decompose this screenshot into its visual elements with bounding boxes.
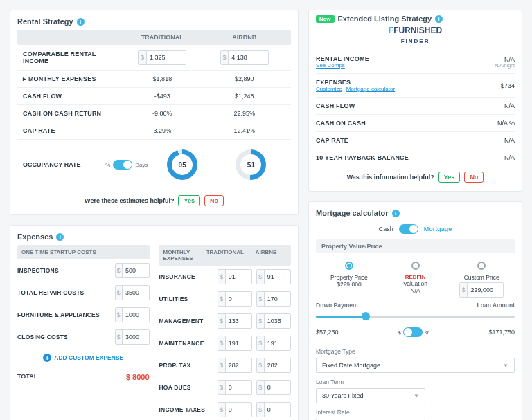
cashflow-row: CASH FLOW -$493 $1,248 [17, 88, 291, 105]
mortgage-title: Mortgage calculator i [316, 209, 515, 217]
coc-airbnb: 22.95% [204, 110, 285, 117]
new-badge: New [316, 15, 334, 23]
rental-title-text: Rental Strategy [17, 17, 73, 26]
occupancy-row: OCCUPANCY RATE % Days [17, 140, 291, 190]
no-button[interactable]: No [204, 195, 224, 206]
down-payment-slider[interactable] [316, 316, 515, 318]
loan-term-select[interactable]: 30 Years Fixed▼ [316, 388, 425, 403]
occupancy-toggle[interactable] [113, 160, 132, 170]
mortgage-label[interactable]: Mortgage [424, 226, 452, 232]
hoa-airbnb-input[interactable]: $ [256, 380, 291, 395]
maint-trad-input[interactable]: $ [218, 336, 252, 351]
expenses-row[interactable]: ▸ MONTHLY EXPENSES $1,818 $2,890 [17, 71, 291, 88]
property-price-radio[interactable] [345, 262, 353, 270]
loan-val: $171,750 [488, 329, 515, 336]
maint-airbnb-input[interactable]: $ [256, 336, 291, 351]
ext-helpful: Was this information helpful? Yes No [316, 166, 515, 184]
yes-button[interactable]: Yes [178, 195, 200, 206]
furniture-label: FURNITURE & APPLIANCES [17, 311, 111, 318]
furnished-finder-logo: FFURNISHEDFINDER [316, 26, 515, 45]
rental-header: TRADITIONAL AIRBNB [17, 30, 291, 45]
cap-trad: 3.29% [121, 127, 203, 134]
mgmt-trad-input[interactable]: $ [218, 313, 252, 329]
cashflow-label: CASH FLOW [23, 93, 121, 100]
insurance-trad-input[interactable]: $ [218, 269, 252, 284]
income-airbnb-input[interactable]: $ [220, 50, 269, 65]
mortgage-calc-link[interactable]: Mortgage calculator [346, 86, 395, 92]
chevron-down-icon: ▼ [414, 393, 419, 399]
inctax-trad-input[interactable]: $ [218, 402, 252, 417]
info-icon[interactable]: i [435, 15, 443, 23]
monthly-col: MONTHLY EXPENSESTRADITIONALAIRBNB INSURA… [159, 245, 292, 420]
rental-helpful: Were these estimates helpful? Yes No [17, 190, 291, 208]
monthly-header: MONTHLY EXPENSES [163, 249, 205, 262]
custom-price-input[interactable]: $ [459, 282, 504, 298]
dollar-pct-toggle[interactable] [403, 327, 423, 337]
cap-label: CAP RATE [23, 127, 121, 134]
coc-label: CASH ON CASH RETURN [23, 110, 121, 117]
repair-input[interactable]: $ [115, 285, 150, 300]
income-trad-input[interactable]: $ [138, 50, 186, 65]
yes-button[interactable]: Yes [438, 172, 461, 183]
inctax-airbnb-input[interactable]: $ [256, 402, 291, 417]
expenses-trad: $1,818 [121, 75, 203, 82]
closing-input[interactable]: $ [115, 329, 150, 345]
startup-col: ONE TIME STARTUP COSTS INSPECTIONS$ TOTA… [17, 245, 150, 420]
mortgage-type-select[interactable]: Fixed Rate Mortgage▼ [316, 358, 515, 373]
redfin-brand: REDFIN [382, 274, 449, 280]
inspections-input[interactable]: $ [115, 263, 150, 278]
property-price-val: $229,000 [316, 281, 382, 288]
no-button[interactable]: No [464, 172, 484, 183]
info-icon[interactable]: i [77, 18, 85, 26]
startup-header: ONE TIME STARTUP COSTS [21, 249, 145, 255]
info-icon[interactable]: i [392, 210, 400, 217]
insurance-airbnb-input[interactable]: $ [256, 269, 291, 284]
cash-label[interactable]: Cash [379, 226, 393, 232]
col-airbnb: AIRBNB [204, 34, 285, 41]
ext-income-row: RENTAL INCOME See Comps N/A N/A/night [316, 51, 515, 74]
income-row: COMPARABLE RENTAL INCOME $ $ [17, 45, 291, 71]
expenses-title: Expenses i [17, 232, 291, 241]
proptax-trad-input[interactable]: $ [218, 358, 252, 373]
mortgage-card: Mortgage calculator i Cash Mortgage Prop… [308, 201, 522, 420]
utilities-trad-input[interactable]: $ [218, 291, 252, 307]
cash-mortgage-toggle: Cash Mortgage [316, 221, 515, 239]
add-startup-expense[interactable]: +ADD CUSTOM EXPENSE [17, 348, 150, 367]
redfin-radio[interactable] [411, 262, 420, 270]
loan-label: Loan Amount [477, 302, 515, 309]
proptax-airbnb-input[interactable]: $ [256, 358, 291, 373]
utilities-airbnb-input[interactable]: $ [256, 291, 291, 307]
trad-header: TRADITIONAL [204, 249, 246, 262]
info-icon[interactable]: i [56, 233, 64, 241]
furniture-input[interactable]: $ [115, 307, 150, 322]
hoa-trad-input[interactable]: $ [218, 380, 252, 395]
cap-row: CAP RATE 3.29% 12.41% [17, 122, 291, 140]
expenses-card: Expenses i ONE TIME STARTUP COSTS INSPEC… [10, 225, 299, 420]
down-val: $57,250 [316, 329, 339, 336]
plus-icon: + [43, 354, 51, 362]
mortgage-toggle[interactable] [399, 224, 418, 234]
occupancy-trad-donut [167, 149, 197, 180]
cashflow-airbnb: $1,248 [204, 93, 285, 100]
customize-link[interactable]: Customize [316, 86, 342, 92]
expenses-label: ▸ MONTHLY EXPENSES [23, 75, 121, 82]
down-label: Down Payment [316, 302, 358, 309]
see-comps-link[interactable]: See Comps [316, 62, 345, 69]
rental-title: Rental Strategy i [17, 17, 291, 26]
extended-listing-card: New Extended Listing Strategy i FFURNISH… [308, 10, 522, 192]
cashflow-trad: -$493 [121, 93, 203, 100]
extended-title: Extended Listing Strategy [338, 15, 432, 23]
repair-label: TOTAL REPAIR COSTS [17, 289, 111, 296]
col-traditional: TRADITIONAL [121, 34, 203, 41]
startup-total-val: $ 8000 [83, 373, 149, 381]
coc-row: CASH ON CASH RETURN -9.06% 22.95% [17, 105, 291, 122]
inspections-label: INSPECTIONS [17, 267, 111, 274]
rental-strategy-card: Rental Strategy i TRADITIONAL AIRBNB COM… [10, 10, 299, 215]
days-label: Days [135, 162, 148, 168]
mgmt-airbnb-input[interactable]: $ [256, 313, 291, 329]
custom-price-radio[interactable] [477, 262, 486, 270]
occupancy-label: OCCUPANCY RATE [23, 161, 105, 168]
coc-trad: -9.06% [121, 110, 203, 117]
airbnb-header: AIRBNB [246, 249, 287, 262]
occupancy-airbnb-donut [236, 149, 266, 180]
